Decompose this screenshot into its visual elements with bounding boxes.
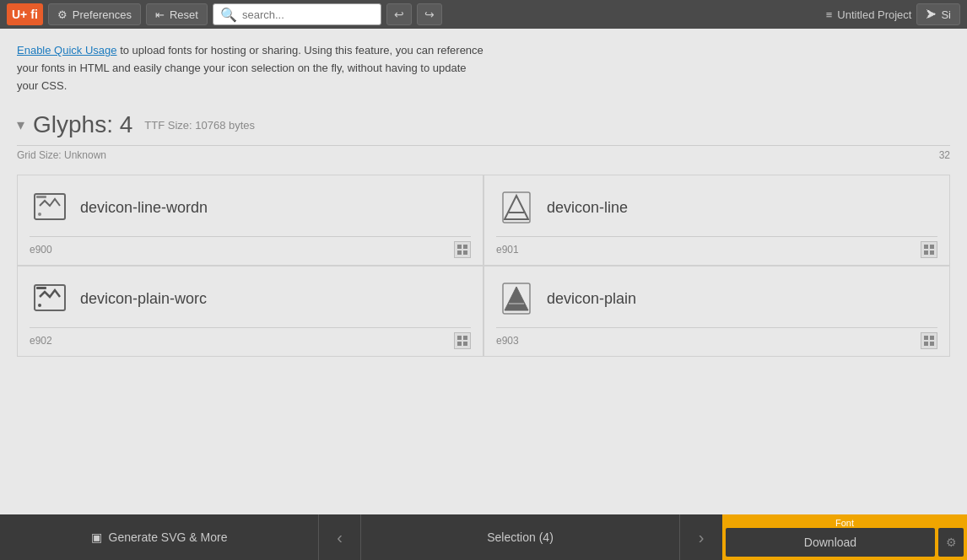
ttf-size: TTF Size: 10768 bytes bbox=[144, 119, 255, 132]
glyph-code-3: e903 bbox=[496, 335, 519, 347]
svg-rect-5 bbox=[457, 250, 462, 255]
glyph-footer-3: e903 bbox=[496, 327, 937, 349]
reset-icon: ⇤ bbox=[155, 8, 165, 21]
grid-size-label: Grid Size: Unknown bbox=[17, 149, 106, 161]
svg-rect-18 bbox=[463, 342, 467, 346]
download-gear-icon: ⚙ bbox=[946, 536, 957, 549]
svg-rect-21 bbox=[930, 336, 934, 340]
glyph-icon-3 bbox=[496, 278, 537, 319]
quick-usage-banner: Enable Quick Usage to upload fonts for h… bbox=[17, 42, 489, 94]
glyph-card-1[interactable]: devicon-line e901 bbox=[484, 175, 950, 266]
svg-rect-6 bbox=[463, 250, 467, 255]
glyph-name-1: devicon-line bbox=[547, 199, 628, 217]
selection-info[interactable]: Selection (4) bbox=[361, 514, 680, 560]
download-button[interactable]: Download bbox=[726, 528, 935, 557]
next-icon: › bbox=[699, 528, 705, 547]
reset-button[interactable]: ⇤ Reset bbox=[146, 3, 208, 25]
sign-in-icon: ⮞ bbox=[926, 8, 937, 21]
glyph-code-2: e902 bbox=[30, 335, 52, 347]
svg-rect-15 bbox=[457, 336, 462, 340]
svg-rect-17 bbox=[457, 342, 462, 346]
font-label: Font bbox=[722, 514, 967, 528]
undo-button[interactable]: ↩ bbox=[386, 3, 412, 25]
logo-u: U+ bbox=[12, 8, 27, 21]
glyph-code-0: e900 bbox=[30, 244, 52, 256]
prev-icon: ‹ bbox=[337, 528, 343, 547]
sign-in-button[interactable]: ⮞ Si bbox=[916, 3, 960, 25]
selection-label: Selection (4) bbox=[487, 530, 554, 544]
glyph-card-3[interactable]: devicon-plain e903 bbox=[484, 266, 950, 357]
glyph-grid-icon-1 bbox=[921, 241, 937, 258]
bottom-bar: ▣ Generate SVG & More ‹ Selection (4) › … bbox=[0, 514, 967, 560]
glyph-grid-icon-2 bbox=[454, 332, 471, 349]
svg-rect-1 bbox=[36, 196, 46, 198]
glyph-grid-icon-3 bbox=[921, 332, 937, 349]
search-icon: 🔍 bbox=[220, 7, 237, 23]
glyphs-header: ▾ Glyphs: 4 TTF Size: 10768 bytes bbox=[17, 111, 950, 138]
grid-info: Grid Size: Unknown 32 bbox=[17, 145, 950, 164]
svg-rect-10 bbox=[924, 250, 928, 255]
generate-label: Generate SVG & More bbox=[109, 530, 228, 544]
preferences-button[interactable]: ⚙ Preferences bbox=[48, 3, 141, 25]
glyph-card-2[interactable]: devicon-plain-worc e902 bbox=[17, 266, 484, 357]
redo-button[interactable]: ↪ bbox=[417, 3, 442, 25]
svg-rect-23 bbox=[930, 342, 934, 346]
search-input[interactable] bbox=[242, 8, 374, 21]
prev-page-button[interactable]: ‹ bbox=[319, 514, 361, 560]
project-area: ≡ Untitled Project bbox=[826, 8, 912, 21]
svg-rect-3 bbox=[457, 245, 462, 249]
svg-rect-22 bbox=[924, 342, 928, 346]
undo-icon: ↩ bbox=[394, 8, 404, 21]
glyph-code-1: e901 bbox=[496, 244, 519, 256]
download-area: Font Download ⚙ bbox=[722, 514, 967, 560]
glyph-footer-2: e902 bbox=[30, 327, 471, 349]
quick-usage-link[interactable]: Enable Quick Usage bbox=[17, 44, 117, 57]
svg-rect-16 bbox=[463, 336, 467, 340]
search-box: 🔍 bbox=[213, 3, 381, 25]
logo-fi: fi bbox=[30, 8, 38, 21]
svg-rect-9 bbox=[930, 245, 934, 249]
glyph-footer-1: e901 bbox=[496, 236, 937, 258]
svg-rect-4 bbox=[463, 245, 467, 249]
glyph-card-0[interactable]: devicon-line-wordn e900 bbox=[17, 175, 484, 266]
gear-icon: ⚙ bbox=[57, 8, 68, 21]
collapse-icon[interactable]: ▾ bbox=[17, 116, 24, 134]
generate-svg-button[interactable]: ▣ Generate SVG & More bbox=[0, 514, 319, 560]
svg-rect-20 bbox=[924, 336, 928, 340]
generate-icon: ▣ bbox=[91, 530, 102, 544]
svg-rect-8 bbox=[924, 245, 928, 249]
project-icon: ≡ bbox=[826, 8, 833, 21]
glyph-icon-1 bbox=[496, 187, 537, 228]
svg-point-14 bbox=[38, 304, 41, 307]
svg-rect-13 bbox=[36, 287, 46, 289]
grid-number: 32 bbox=[939, 149, 950, 161]
project-name: Untitled Project bbox=[837, 8, 911, 21]
glyphs-title: Glyphs: 4 bbox=[33, 111, 132, 138]
next-page-button[interactable]: › bbox=[680, 514, 722, 560]
glyph-name-3: devicon-plain bbox=[547, 290, 636, 308]
navbar: U+ fi ⚙ Preferences ⇤ Reset 🔍 ↩ ↪ ≡ Unti… bbox=[0, 0, 967, 29]
glyph-name-0: devicon-line-wordn bbox=[80, 199, 208, 217]
glyph-footer-0: e900 bbox=[30, 236, 471, 258]
svg-rect-11 bbox=[930, 250, 934, 255]
logo-button[interactable]: U+ fi bbox=[7, 3, 43, 25]
main-content: Enable Quick Usage to upload fonts for h… bbox=[0, 29, 967, 370]
svg-point-2 bbox=[38, 213, 41, 216]
download-row: Download ⚙ bbox=[726, 528, 964, 557]
glyph-icon-0 bbox=[30, 187, 70, 228]
redo-icon: ↪ bbox=[424, 8, 435, 21]
glyph-name-2: devicon-plain-worc bbox=[80, 290, 207, 308]
download-settings-button[interactable]: ⚙ bbox=[938, 528, 964, 557]
glyph-icon-2 bbox=[30, 278, 70, 319]
glyph-grid-icon-0 bbox=[454, 241, 471, 258]
glyph-grid: devicon-line-wordn e900 devicon- bbox=[17, 175, 950, 357]
